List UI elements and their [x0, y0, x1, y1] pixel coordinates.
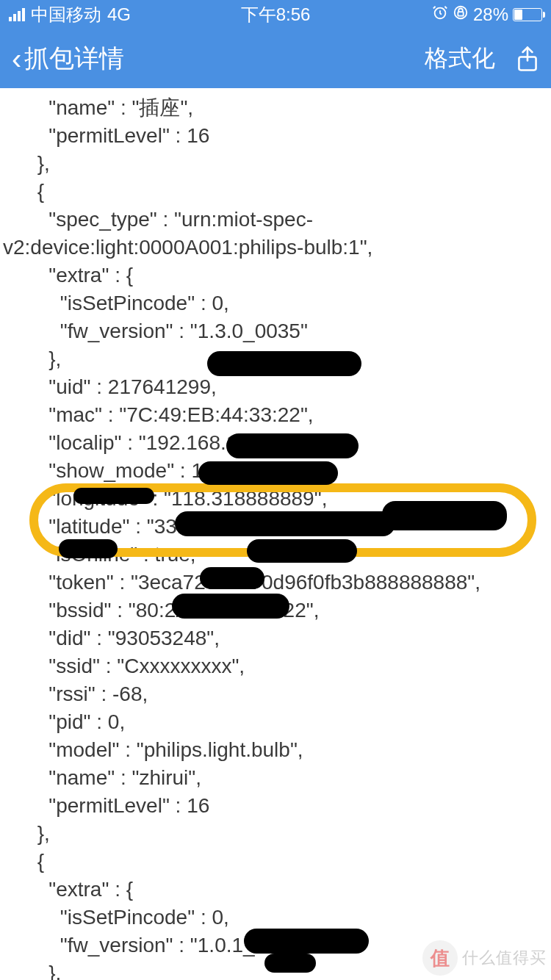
redaction-mark	[73, 488, 154, 504]
chevron-left-icon: ‹	[12, 44, 21, 73]
redaction-mark	[244, 929, 369, 954]
watermark-glyph: 值	[422, 940, 458, 976]
redaction-mark	[200, 567, 264, 589]
svg-rect-2	[458, 12, 463, 16]
battery-pct: 28%	[473, 4, 508, 25]
watermark-text: 什么值得买	[462, 947, 547, 969]
share-icon[interactable]	[516, 46, 539, 72]
redaction-mark	[59, 539, 118, 558]
nav-bar: ‹ 抓包详情 格式化	[0, 29, 551, 88]
status-bar: 中国移动 4G 下午8:56 28%	[0, 0, 551, 29]
redaction-mark	[172, 594, 289, 619]
status-time: 下午8:56	[241, 3, 311, 26]
format-button[interactable]: 格式化	[425, 43, 495, 75]
content-area[interactable]: "name" : "插座", "permitLevel" : 16 }, { "…	[0, 88, 551, 980]
redaction-mark	[198, 461, 338, 485]
signal-icon	[9, 8, 25, 21]
battery-icon	[513, 8, 542, 21]
carrier-label: 中国移动	[31, 3, 101, 26]
watermark: 值 什么值得买	[422, 940, 547, 976]
orientation-lock-icon	[453, 4, 469, 25]
redaction-mark	[207, 351, 361, 376]
redaction-mark	[226, 433, 359, 458]
redaction-mark	[382, 501, 507, 530]
redaction-mark	[264, 954, 316, 973]
status-right: 28%	[432, 4, 542, 25]
redaction-mark	[247, 539, 357, 563]
network-label: 4G	[107, 4, 131, 25]
nav-title: 抓包详情	[24, 42, 124, 76]
back-button[interactable]: ‹ 抓包详情	[12, 42, 124, 76]
alarm-icon	[432, 4, 448, 25]
status-left: 中国移动 4G	[9, 3, 131, 26]
redaction-mark	[175, 511, 395, 536]
